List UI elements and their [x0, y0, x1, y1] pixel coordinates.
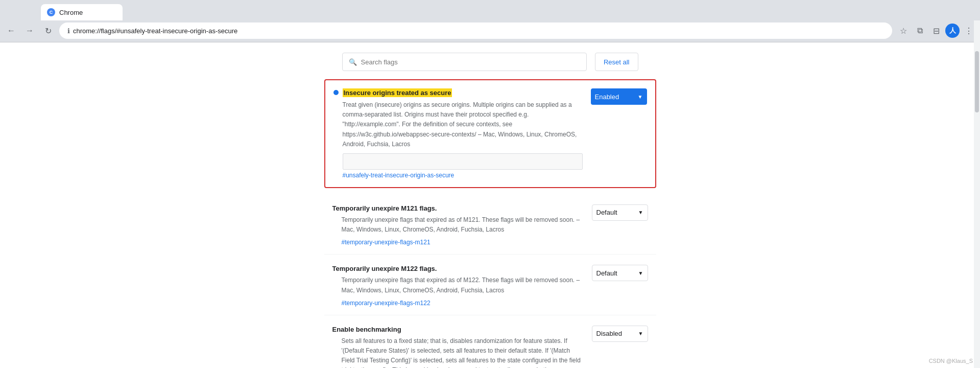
page-content: 🔍 Reset all Insecure origins treated as … — [0, 42, 980, 368]
bookmark-button[interactable]: ☆ — [896, 24, 911, 38]
flag-title-2: Temporarily unexpire M121 flags. — [332, 204, 437, 212]
split-button[interactable]: ⊟ — [929, 24, 943, 38]
flag-control-col-3: Default ▼ — [592, 265, 648, 281]
flag-text-col-1: Insecure origins treated as secure Treat… — [333, 88, 583, 179]
flag-item-temp-m122: Temporarily unexpire M122 flags. Tempora… — [324, 257, 656, 315]
flag-dropdown-label-3: Default — [596, 269, 617, 277]
search-row: 🔍 Reset all — [342, 53, 638, 71]
tab-bar: C Chrome — [0, 0, 980, 20]
flag-description-2: Temporarily unexpire flags that expired … — [342, 215, 584, 235]
scrollbar-area[interactable] — [974, 20, 980, 368]
dropdown-chevron-2: ▼ — [638, 210, 643, 215]
dropdown-chevron-3: ▼ — [638, 270, 643, 276]
forward-button[interactable]: → — [22, 24, 37, 38]
search-input[interactable] — [361, 58, 580, 66]
flag-control-col-4: Disabled ▼ — [592, 326, 648, 342]
flag-control-row-2: Temporarily unexpire M121 flags. Tempora… — [332, 204, 648, 246]
watermark: CSDN @Klaus_S — [929, 358, 973, 364]
address-lock-icon: ℹ — [67, 27, 70, 35]
profile-button[interactable]: 人 — [945, 24, 960, 38]
dropdown-chevron-4: ▼ — [638, 331, 643, 336]
flag-dropdown-4[interactable]: Disabled ▼ — [592, 326, 648, 342]
extensions-button[interactable]: ⧉ — [913, 24, 927, 38]
active-tab[interactable]: C Chrome — [41, 4, 123, 20]
address-bar[interactable]: ℹ chrome://flags/#unsafely-treat-insecur… — [59, 22, 892, 39]
flag-control-col-2: Default ▼ — [592, 204, 648, 221]
toolbar-icons: ☆ ⧉ ⊟ 人 ⋮ — [896, 24, 976, 38]
tab-label: Chrome — [59, 9, 116, 16]
flag-control-row-4: Enable benchmarking Sets all features to… — [332, 326, 648, 368]
flag-text-input-1[interactable] — [343, 153, 583, 170]
flag-link-1[interactable]: #unsafely-treat-insecure-origin-as-secur… — [343, 172, 583, 179]
flag-text-col-2: Temporarily unexpire M121 flags. Tempora… — [332, 204, 584, 246]
scrollbar-thumb[interactable] — [975, 51, 979, 112]
flag-dropdown-1[interactable]: Enabled ▼ — [591, 88, 647, 105]
flag-title-3: Temporarily unexpire M122 flags. — [332, 265, 437, 272]
flag-dropdown-label-4: Disabled — [596, 330, 623, 337]
flag-control-row-3: Temporarily unexpire M122 flags. Tempora… — [332, 265, 648, 306]
flag-item-insecure-origins: Insecure origins treated as secure Treat… — [324, 79, 656, 188]
flag-title-row-3: Temporarily unexpire M122 flags. — [332, 265, 584, 272]
flag-title-row-2: Temporarily unexpire M121 flags. — [332, 204, 584, 212]
flag-title-row-1: Insecure origins treated as secure — [333, 88, 583, 97]
flags-container: Insecure origins treated as secure Treat… — [324, 79, 656, 368]
flag-item-temp-m121: Temporarily unexpire M121 flags. Tempora… — [324, 196, 656, 255]
flag-title-4: Enable benchmarking — [332, 326, 401, 333]
flag-title-1: Insecure origins treated as secure — [343, 88, 452, 97]
tab-favicon: C — [47, 8, 55, 16]
flag-dropdown-label-2: Default — [596, 209, 617, 216]
browser-chrome: C Chrome ← → ↻ ℹ chrome://flags/#unsafel… — [0, 0, 980, 42]
back-button[interactable]: ← — [4, 24, 18, 38]
reset-all-button[interactable]: Reset all — [595, 53, 638, 71]
flag-link-3[interactable]: #temporary-unexpire-flags-m122 — [342, 300, 584, 307]
flag-control-row-1: Insecure origins treated as secure Treat… — [333, 88, 647, 179]
flag-title-row-4: Enable benchmarking — [332, 326, 584, 333]
search-icon: 🔍 — [349, 58, 357, 66]
flag-control-col-1: Enabled ▼ — [591, 88, 647, 105]
flag-description-1: Treat given (insecure) origins as secure… — [343, 100, 583, 149]
address-bar-row: ← → ↻ ℹ chrome://flags/#unsafely-treat-i… — [0, 20, 980, 42]
flag-link-2[interactable]: #temporary-unexpire-flags-m121 — [342, 239, 584, 246]
flag-dropdown-label-1: Enabled — [595, 93, 619, 101]
flag-text-col-3: Temporarily unexpire M122 flags. Tempora… — [332, 265, 584, 306]
flag-item-benchmarking: Enable benchmarking Sets all features to… — [324, 317, 656, 368]
dropdown-chevron-1: ▼ — [638, 94, 643, 100]
flag-text-col-4: Enable benchmarking Sets all features to… — [332, 326, 584, 368]
flag-dropdown-3[interactable]: Default ▼ — [592, 265, 648, 281]
refresh-button[interactable]: ↻ — [41, 24, 55, 38]
search-box[interactable]: 🔍 — [342, 53, 587, 71]
flag-description-4: Sets all features to a fixed state; that… — [342, 336, 584, 368]
flag-dot-1 — [333, 90, 339, 95]
flag-description-3: Temporarily unexpire flags that expired … — [342, 275, 584, 295]
flag-dropdown-2[interactable]: Default ▼ — [592, 204, 648, 221]
address-bar-inner: ℹ chrome://flags/#unsafely-treat-insecur… — [67, 27, 884, 35]
address-text: chrome://flags/#unsafely-treat-insecure-… — [73, 27, 237, 35]
